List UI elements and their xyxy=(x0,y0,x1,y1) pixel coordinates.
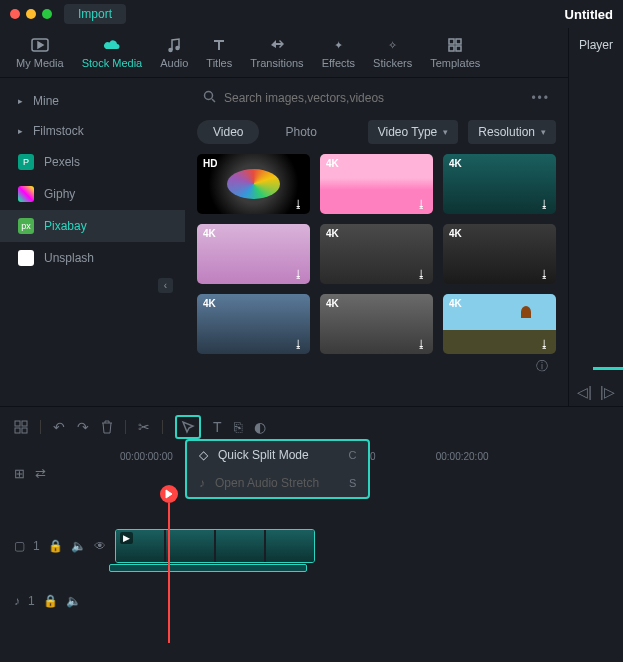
player-controls: ◁| |▷ xyxy=(569,378,623,406)
audio-track-icon: ♪ xyxy=(14,594,20,608)
media-thumbnail[interactable]: 4K⭳ xyxy=(197,294,310,354)
audio-track-controls: ♪1 🔒 🔈 xyxy=(14,594,109,608)
main-area: My Media Stock Media Audio Titles Transi… xyxy=(0,28,623,406)
tab-effects[interactable]: ✦Effects xyxy=(322,36,355,69)
sidebar-item-filmstock[interactable]: ▸Filmstock xyxy=(0,116,185,146)
download-icon[interactable]: ⭳ xyxy=(539,198,550,210)
prev-frame-button[interactable]: ◁| xyxy=(577,384,592,400)
collapse-button[interactable]: ‹ xyxy=(158,278,173,293)
tab-label: Transitions xyxy=(250,57,303,69)
visibility-button[interactable]: 👁 xyxy=(94,539,106,553)
sidebar-item-unsplash[interactable]: Unsplash xyxy=(0,242,185,274)
mute-button[interactable]: 🔈 xyxy=(66,594,81,608)
audio-stretch-icon: ♪ xyxy=(199,476,205,490)
split-button[interactable]: ✂ xyxy=(138,419,150,435)
mute-button[interactable]: 🔈 xyxy=(71,539,86,553)
undo-button[interactable]: ↶ xyxy=(53,419,65,435)
resolution-dropdown[interactable]: Resolution▾ xyxy=(468,120,556,144)
filter-video[interactable]: Video xyxy=(197,120,259,144)
tab-audio[interactable]: Audio xyxy=(160,36,188,69)
sidebar-item-pexels[interactable]: PPexels xyxy=(0,146,185,178)
pexels-icon: P xyxy=(18,154,34,170)
media-thumbnail[interactable]: 4K⭳ xyxy=(197,224,310,284)
chevron-down-icon: ▾ xyxy=(443,127,448,137)
music-icon xyxy=(165,36,183,54)
add-track-button[interactable]: ⊞ xyxy=(14,466,25,481)
tab-stock-media[interactable]: Stock Media xyxy=(82,36,143,69)
context-menu: ◇ Quick Split Mode C ♪ Open Audio Stretc… xyxy=(185,439,370,499)
ctx-shortcut: S xyxy=(329,477,356,489)
download-icon[interactable]: ⭳ xyxy=(416,268,427,280)
tab-transitions[interactable]: Transitions xyxy=(250,36,303,69)
chevron-down-icon: ▾ xyxy=(541,127,546,137)
svg-rect-6 xyxy=(449,46,454,51)
ctx-quick-split[interactable]: ◇ Quick Split Mode C xyxy=(187,441,368,469)
video-clip[interactable] xyxy=(266,530,314,562)
sidebar-item-pixabay[interactable]: pxPixabay xyxy=(0,210,185,242)
minimize-window-button[interactable] xyxy=(26,9,36,19)
tab-label: Templates xyxy=(430,57,480,69)
effects-icon: ✦ xyxy=(329,36,347,54)
lock-button[interactable]: 🔒 xyxy=(48,539,63,553)
delete-button[interactable] xyxy=(101,420,113,434)
search-input[interactable] xyxy=(224,91,523,105)
media-thumbnail[interactable]: HD⭳ xyxy=(197,154,310,214)
download-icon[interactable]: ⭳ xyxy=(293,338,304,350)
quality-badge: HD xyxy=(203,158,217,169)
ctx-label: Open Audio Stretch xyxy=(215,476,319,490)
link-button[interactable]: ⇄ xyxy=(35,466,46,481)
text-tool-button[interactable]: T xyxy=(213,419,222,435)
svg-rect-7 xyxy=(456,46,461,51)
audio-waveform[interactable] xyxy=(109,564,307,572)
more-menu-button[interactable]: ••• xyxy=(531,91,550,105)
video-clips[interactable] xyxy=(115,529,315,563)
quality-badge: 4K xyxy=(326,228,339,239)
close-window-button[interactable] xyxy=(10,9,20,19)
media-thumbnail[interactable]: 4K⭳ xyxy=(443,294,556,354)
import-button[interactable]: Import xyxy=(64,4,126,24)
svg-rect-11 xyxy=(22,421,27,426)
video-clip[interactable] xyxy=(166,530,214,562)
selection-tool-button[interactable] xyxy=(175,415,201,439)
tab-my-media[interactable]: My Media xyxy=(16,36,64,69)
transition-icon xyxy=(268,36,286,54)
download-icon[interactable]: ⭳ xyxy=(539,268,550,280)
dropdown-label: Resolution xyxy=(478,125,535,139)
tab-stickers[interactable]: ✧Stickers xyxy=(373,36,412,69)
maximize-window-button[interactable] xyxy=(42,9,52,19)
video-track-icon: ▢ xyxy=(14,539,25,553)
media-thumbnail[interactable]: 4K⭳ xyxy=(443,154,556,214)
next-frame-button[interactable]: |▷ xyxy=(600,384,615,400)
video-clip[interactable] xyxy=(216,530,264,562)
download-icon[interactable]: ⭳ xyxy=(293,198,304,210)
filter-photo[interactable]: Photo xyxy=(269,120,332,144)
info-icon[interactable]: ⓘ xyxy=(536,359,548,373)
svg-point-3 xyxy=(176,47,179,50)
video-clip[interactable] xyxy=(116,530,164,562)
media-thumbnail[interactable]: 4K⭳ xyxy=(320,224,433,284)
crop-tool-button[interactable]: ⎘ xyxy=(234,419,242,435)
filter-bar: Video Photo Video Type▾ Resolution▾ xyxy=(197,120,556,144)
sidebar-item-giphy[interactable]: Giphy xyxy=(0,178,185,210)
sidebar-item-label: Giphy xyxy=(44,187,75,201)
media-thumbnail[interactable]: 4K⭳ xyxy=(320,154,433,214)
playhead[interactable] xyxy=(160,485,178,503)
speed-tool-button[interactable]: ◐ xyxy=(254,419,266,435)
layout-button[interactable] xyxy=(14,420,28,434)
download-icon[interactable]: ⭳ xyxy=(539,338,550,350)
download-icon[interactable]: ⭳ xyxy=(416,338,427,350)
tab-titles[interactable]: Titles xyxy=(206,36,232,69)
svg-marker-1 xyxy=(38,42,43,48)
redo-button[interactable]: ↷ xyxy=(77,419,89,435)
lock-button[interactable]: 🔒 xyxy=(43,594,58,608)
media-thumbnail[interactable]: 4K⭳ xyxy=(443,224,556,284)
quality-badge: 4K xyxy=(203,298,216,309)
tab-templates[interactable]: Templates xyxy=(430,36,480,69)
svg-rect-5 xyxy=(456,39,461,44)
sidebar-item-mine[interactable]: ▸Mine xyxy=(0,86,185,116)
download-icon[interactable]: ⭳ xyxy=(293,268,304,280)
media-thumbnail[interactable]: 4K⭳ xyxy=(320,294,433,354)
download-icon[interactable]: ⭳ xyxy=(416,198,427,210)
sidebar-item-label: Pixabay xyxy=(44,219,87,233)
video-type-dropdown[interactable]: Video Type▾ xyxy=(368,120,459,144)
